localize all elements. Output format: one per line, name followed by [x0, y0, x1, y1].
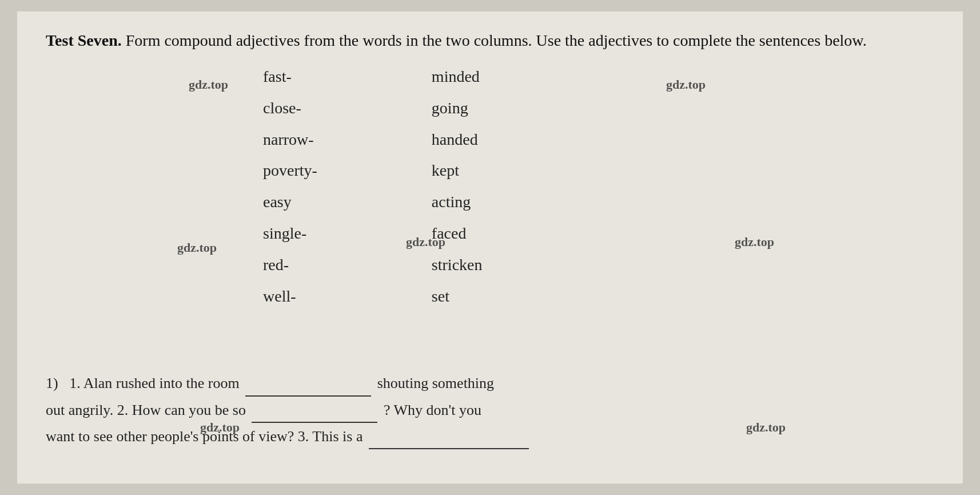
word-stricken: stricken — [432, 252, 483, 278]
sentence-2-end: ? Why don't you — [384, 402, 481, 418]
title: Test Seven. Form compound adjectives fro… — [46, 29, 934, 53]
word-minded: minded — [432, 64, 483, 90]
sentence-1-start: 1) 1. Alan rushed into the room — [46, 375, 243, 391]
sentence-1-end: shouting something — [377, 375, 494, 391]
word-red: red- — [263, 252, 317, 278]
watermark-6: gdz.top — [200, 420, 240, 435]
watermark-2: gdz.top — [666, 77, 706, 92]
watermark-5: gdz.top — [735, 235, 774, 250]
word-single: single- — [263, 221, 317, 247]
word-close: close- — [263, 96, 317, 121]
watermark-4: gdz.top — [406, 235, 445, 250]
word-fast: fast- — [263, 64, 317, 90]
word-columns: fast- close- narrow- poverty- easy singl… — [263, 64, 934, 309]
word-handed: handed — [432, 127, 483, 153]
word-well: well- — [263, 284, 317, 310]
sentence-1: 1) 1. Alan rushed into the room shouting… — [46, 370, 934, 396]
sentences: 1) 1. Alan rushed into the room shouting… — [46, 370, 934, 449]
watermark-7: gdz.top — [746, 420, 786, 435]
title-bold: Test Seven. — [46, 31, 122, 49]
blank-1 — [245, 370, 371, 396]
content-area: Test Seven. Form compound adjectives fro… — [17, 11, 963, 484]
word-going: going — [432, 96, 483, 121]
watermark-3: gdz.top — [177, 240, 217, 255]
sentence-2-start: out angrily. 2. How can you be so — [46, 402, 249, 418]
column-right: minded going handed kept acting faced st… — [432, 64, 483, 309]
word-kept: kept — [432, 158, 483, 184]
blank-2 — [252, 397, 377, 423]
sentence-3: want to see other people's points of vie… — [46, 423, 934, 449]
blank-3 — [369, 423, 529, 449]
word-acting: acting — [432, 189, 483, 215]
sentence-2: out angrily. 2. How can you be so ? Why … — [46, 397, 934, 423]
column-left: fast- close- narrow- poverty- easy singl… — [263, 64, 317, 309]
word-narrow: narrow- — [263, 127, 317, 153]
title-normal: Form compound adjectives from the words … — [122, 31, 867, 49]
word-poverty: poverty- — [263, 158, 317, 184]
word-easy: easy — [263, 189, 317, 215]
watermark-1: gdz.top — [189, 77, 228, 92]
word-set: set — [432, 284, 483, 310]
page: Test Seven. Form compound adjectives fro… — [0, 0, 980, 495]
